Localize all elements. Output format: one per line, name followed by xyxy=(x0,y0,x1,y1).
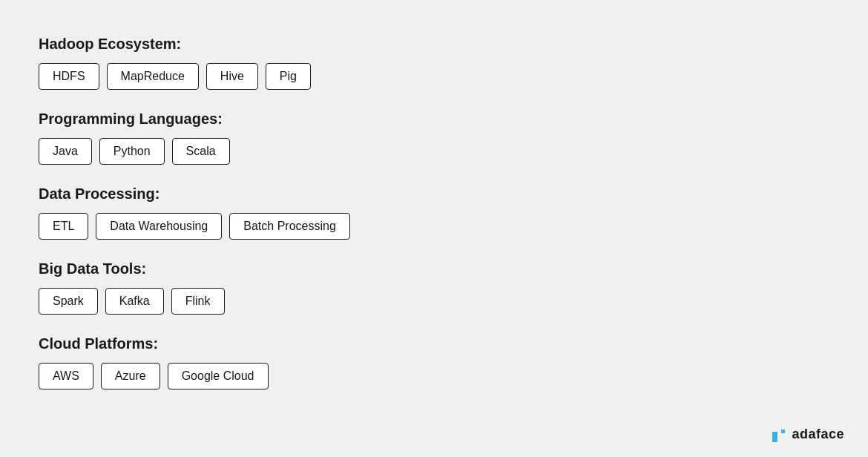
tag-python[interactable]: Python xyxy=(99,138,165,165)
svg-rect-2 xyxy=(781,430,785,433)
tags-row-data-processing: ETLData WarehousingBatch Processing xyxy=(39,213,829,240)
svg-rect-0 xyxy=(772,432,777,442)
tag-hdfs[interactable]: HDFS xyxy=(39,63,99,90)
section-title-big-data-tools: Big Data Tools: xyxy=(39,260,829,277)
tag-batch-processing[interactable]: Batch Processing xyxy=(229,213,350,240)
section-big-data-tools: Big Data Tools:SparkKafkaFlink xyxy=(39,260,829,315)
tag-kafka[interactable]: Kafka xyxy=(105,288,164,315)
tag-scala[interactable]: Scala xyxy=(172,138,230,165)
tag-pig[interactable]: Pig xyxy=(266,63,311,90)
section-title-hadoop-ecosystem: Hadoop Ecosystem: xyxy=(39,36,829,53)
tag-etl[interactable]: ETL xyxy=(39,213,88,240)
adaface-logo-icon xyxy=(772,427,787,442)
tags-row-cloud-platforms: AWSAzureGoogle Cloud xyxy=(39,363,829,389)
tag-mapreduce[interactable]: MapReduce xyxy=(107,63,199,90)
section-title-programming-languages: Programming Languages: xyxy=(39,111,829,128)
logo-text: adaface xyxy=(792,427,844,442)
tag-data-warehousing[interactable]: Data Warehousing xyxy=(96,213,222,240)
tag-google-cloud[interactable]: Google Cloud xyxy=(168,363,269,389)
section-data-processing: Data Processing:ETLData WarehousingBatch… xyxy=(39,185,829,240)
section-programming-languages: Programming Languages:JavaPythonScala xyxy=(39,111,829,165)
tag-flink[interactable]: Flink xyxy=(171,288,225,315)
section-hadoop-ecosystem: Hadoop Ecosystem:HDFSMapReduceHivePig xyxy=(39,36,829,90)
tags-row-hadoop-ecosystem: HDFSMapReduceHivePig xyxy=(39,63,829,90)
logo-area: adaface xyxy=(772,427,844,442)
tag-hive[interactable]: Hive xyxy=(206,63,258,90)
tag-spark[interactable]: Spark xyxy=(39,288,98,315)
tags-row-big-data-tools: SparkKafkaFlink xyxy=(39,288,829,315)
main-content: Hadoop Ecosystem:HDFSMapReduceHivePigPro… xyxy=(0,0,868,446)
section-title-cloud-platforms: Cloud Platforms: xyxy=(39,335,829,352)
tags-row-programming-languages: JavaPythonScala xyxy=(39,138,829,165)
section-cloud-platforms: Cloud Platforms:AWSAzureGoogle Cloud xyxy=(39,335,829,389)
section-title-data-processing: Data Processing: xyxy=(39,185,829,203)
tag-azure[interactable]: Azure xyxy=(101,363,160,389)
tag-aws[interactable]: AWS xyxy=(39,363,93,389)
tag-java[interactable]: Java xyxy=(39,138,92,165)
